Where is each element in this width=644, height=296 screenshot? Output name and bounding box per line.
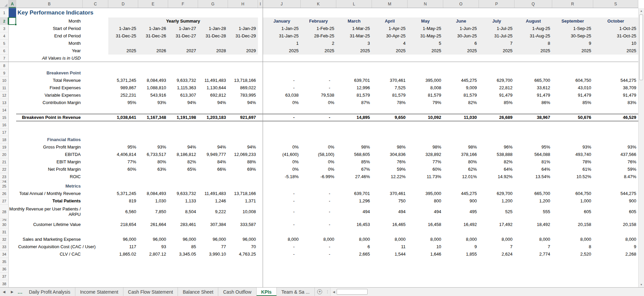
tab-kpis[interactable]: KPIs	[257, 288, 277, 296]
cell-D26[interactable]: 5,371,245	[108, 190, 138, 197]
cell-I34[interactable]	[258, 251, 263, 258]
cell-B11[interactable]: Fixed Expenses	[16, 84, 83, 92]
cell-B28[interactable]: Monthly Revenue per User Patients /ARPU	[16, 205, 83, 219]
cell-P19[interactable]: 96%	[479, 143, 515, 151]
sheet-nav-left-icon[interactable]: ◀	[0, 288, 8, 296]
cell-I19[interactable]	[258, 143, 263, 151]
cell-A4[interactable]	[9, 32, 16, 40]
cell-B30[interactable]: Customer Lifetime Value	[16, 221, 83, 228]
cell-P30[interactable]: 17,492	[479, 221, 515, 228]
cell-M10[interactable]: 370,461	[372, 77, 408, 84]
cell-B20[interactable]: EBITDA	[16, 151, 83, 158]
cell-A19[interactable]	[9, 143, 16, 151]
cell-I4[interactable]	[258, 32, 263, 40]
cell-A15[interactable]	[9, 114, 16, 121]
cell-M15[interactable]: 9,650	[372, 114, 408, 121]
cell-O6[interactable]: 2025	[443, 47, 479, 55]
cell-Q20[interactable]: 564,088	[515, 151, 552, 158]
cell-A26[interactable]	[9, 190, 16, 197]
cell-H33[interactable]: 70	[228, 243, 258, 251]
cell-R20[interactable]: 493,740	[552, 151, 593, 158]
cell-G27[interactable]: 1,246	[198, 197, 228, 205]
cell-E12[interactable]: 543,916	[138, 92, 168, 99]
cell-L11[interactable]: 12,996	[336, 84, 372, 92]
cell-A33[interactable]	[9, 243, 16, 251]
cell-P12[interactable]: 91,479	[479, 92, 515, 99]
cell-L4[interactable]: 31-Mar-25	[336, 32, 372, 40]
cell-F28[interactable]: 8,504	[168, 205, 198, 219]
row-header-18[interactable]: 18	[0, 136, 9, 143]
cell-A27[interactable]	[9, 197, 16, 205]
cell-L26[interactable]: 639,701	[336, 190, 372, 197]
cell-E4[interactable]: 31-Dec-26	[138, 32, 168, 40]
cell-N15[interactable]: 10,092	[408, 114, 443, 121]
cell-P11[interactable]: 22,812	[479, 84, 515, 92]
sheet-nav-right-icon[interactable]: ▶	[8, 288, 16, 296]
column-header-D[interactable]: D	[108, 0, 138, 8]
cell-J13[interactable]: 0%	[263, 99, 301, 106]
cell-S20[interactable]: 437,566	[593, 151, 638, 158]
cell-S6[interactable]: 2025	[593, 47, 638, 55]
tab-cash-outflow[interactable]: Cash Outflow	[218, 288, 256, 296]
cell-G23[interactable]	[198, 173, 228, 180]
cell-A11[interactable]	[9, 84, 16, 92]
cell-K10[interactable]: -	[301, 77, 336, 84]
cell-C19[interactable]	[83, 143, 108, 151]
row-header-17[interactable]: 17	[0, 129, 9, 136]
cell-M27[interactable]: 750	[372, 197, 408, 205]
row-header-9[interactable]: 9	[0, 69, 9, 77]
cell-K28[interactable]: -	[301, 205, 336, 219]
cell-H34[interactable]: 4,763.25	[228, 251, 258, 258]
tab-team-sa[interactable]: Team & Sa ...	[277, 288, 315, 296]
row-header-20[interactable]: 20	[0, 151, 9, 158]
cell-H6[interactable]: 2029	[228, 47, 258, 55]
cell-N32[interactable]: 8,000	[408, 236, 443, 243]
cell-F27[interactable]: 1,133	[168, 197, 198, 205]
cell-K32[interactable]: 8,000	[301, 236, 336, 243]
cell-N4[interactable]: 31-May-25	[408, 32, 443, 40]
cell-E28[interactable]: 7,850	[138, 205, 168, 219]
cell-N6[interactable]: 2025	[408, 47, 443, 55]
cell-O20[interactable]: 378,166	[443, 151, 479, 158]
cell-N28[interactable]: 494	[408, 205, 443, 219]
cell-D32[interactable]: 96,000	[108, 236, 138, 243]
cell-I3[interactable]	[258, 25, 263, 32]
cell-G26[interactable]: 11,491,483	[198, 190, 228, 197]
row-header-2[interactable]: 2	[0, 18, 9, 25]
row-header-31[interactable]: 31	[0, 228, 9, 236]
cell-H21[interactable]: 88%	[228, 158, 258, 166]
cell-G32[interactable]: 96,000	[198, 236, 228, 243]
cell-K2[interactable]: February	[301, 18, 336, 25]
cell-Q15[interactable]: 38,967	[515, 114, 552, 121]
cell-B21[interactable]: EBIT Margin	[16, 158, 83, 166]
cell-D15[interactable]: 1,038,641	[108, 114, 138, 121]
cell-G21[interactable]: 84%	[198, 158, 228, 166]
cell-F15[interactable]: 1,191,198	[168, 114, 198, 121]
cell-P26[interactable]: 629,700	[479, 190, 515, 197]
cell-A21[interactable]	[9, 158, 16, 166]
cell-D11[interactable]: 989,867	[108, 84, 138, 92]
cell-P3[interactable]: 1-Jul-25	[479, 25, 515, 32]
cell-R5[interactable]: 9	[552, 40, 593, 47]
cell-D34[interactable]: 1,865.02	[108, 251, 138, 258]
cell-K4[interactable]: 28-Feb-25	[301, 32, 336, 40]
cell-F33[interactable]: 85	[168, 243, 198, 251]
cell-R34[interactable]: 2,520	[552, 251, 593, 258]
cell-L32[interactable]: 8,000	[336, 236, 372, 243]
row-header-16[interactable]: 16	[0, 121, 9, 129]
column-header-C[interactable]: C	[83, 0, 108, 8]
cell-C10[interactable]	[83, 77, 108, 84]
cell-I2[interactable]	[258, 18, 263, 25]
cell-K20[interactable]: (58,100)	[301, 151, 336, 158]
cell-B22[interactable]: Net Profit Margin	[16, 166, 83, 173]
cell-F12[interactable]: 613,307	[168, 92, 198, 99]
cell-E19[interactable]: 93%	[138, 143, 168, 151]
cell-H5[interactable]	[228, 40, 258, 47]
cell-D28[interactable]: 6,560	[108, 205, 138, 219]
cell-K6[interactable]: 2025	[301, 47, 336, 55]
row-header-4[interactable]: 4	[0, 32, 9, 40]
cell-I26[interactable]	[258, 190, 263, 197]
cell-P13[interactable]: 85%	[479, 99, 515, 106]
cell-J33[interactable]: -	[263, 243, 301, 251]
cell-A32[interactable]	[9, 236, 16, 243]
